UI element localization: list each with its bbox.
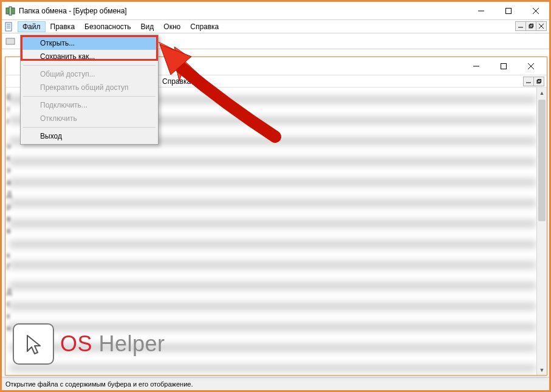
menu-window[interactable]: Окно [159, 21, 185, 32]
menu-separator [23, 127, 156, 128]
watermark-os: OS [60, 331, 92, 356]
close-button[interactable] [522, 2, 549, 19]
menu-help[interactable]: Справка [185, 21, 224, 32]
app-icon [5, 6, 15, 16]
svg-rect-22 [537, 80, 540, 83]
svg-rect-13 [530, 24, 533, 27]
child-mdi-minimize[interactable] [523, 77, 534, 86]
menu-exit[interactable]: Выход [22, 129, 157, 143]
cursor-icon [13, 323, 54, 365]
child-menu-help[interactable]: Справка [157, 76, 196, 87]
doc-icon [4, 22, 14, 32]
statusbar: Открытие файла с содержимым буфера и его… [2, 377, 549, 390]
menu-separator [23, 65, 156, 66]
child-close[interactable] [517, 58, 544, 75]
scroll-down-arrow[interactable]: ▼ [537, 365, 547, 375]
toolbar-icon[interactable] [5, 36, 15, 46]
svg-rect-16 [6, 38, 15, 44]
child-mdi-restore[interactable] [533, 77, 544, 86]
child-minimize[interactable] [462, 58, 490, 75]
menubar: Файл Правка Безопасность Вид Окно Справк… [2, 20, 549, 33]
menu-disconnect[interactable]: Отключить [22, 112, 157, 125]
svg-rect-4 [505, 8, 511, 13]
mdi-controls [516, 21, 547, 31]
file-menu-dropdown: Открыть... Сохранить как... Общий доступ… [20, 35, 159, 145]
svg-rect-7 [5, 22, 12, 31]
statusbar-text: Открытие файла с содержимым буфера и его… [5, 380, 193, 388]
watermark-text: OS Helper [60, 331, 165, 357]
child-mdi-controls [524, 77, 544, 86]
vertical-scrollbar[interactable]: ▲ ▼ [536, 88, 547, 375]
menu-save-as[interactable]: Сохранить как... [22, 50, 157, 63]
scroll-thumb[interactable] [538, 100, 546, 221]
mdi-minimize[interactable] [515, 21, 526, 31]
menu-share[interactable]: Общий доступ... [22, 67, 157, 81]
minimize-button[interactable] [467, 2, 495, 19]
svg-rect-18 [501, 63, 506, 69]
maximize-button[interactable] [495, 2, 522, 19]
menu-view[interactable]: Вид [136, 21, 159, 32]
menu-open[interactable]: Открыть... [22, 36, 157, 50]
menu-stop-share[interactable]: Прекратить общий доступ [22, 81, 157, 94]
window-title: Папка обмена - [Буфер обмена] [19, 7, 127, 15]
scroll-up-arrow[interactable]: ▲ [537, 88, 547, 98]
titlebar: Папка обмена - [Буфер обмена] [2, 2, 549, 20]
menu-connect[interactable]: Подключить... [22, 98, 157, 112]
menu-security[interactable]: Безопасность [80, 21, 136, 32]
main-window: Папка обмена - [Буфер обмена] Файл Правк… [0, 0, 551, 392]
svg-rect-12 [529, 25, 532, 28]
watermark-logo: OS Helper [13, 323, 165, 365]
mdi-restore[interactable] [525, 21, 536, 31]
menu-separator [23, 96, 156, 97]
menu-edit[interactable]: Правка [46, 21, 80, 32]
window-controls [467, 2, 549, 19]
menu-file[interactable]: Файл [18, 21, 46, 32]
child-maximize[interactable] [490, 58, 517, 75]
mdi-close[interactable] [536, 21, 547, 31]
watermark-helper: Helper [92, 331, 165, 356]
svg-rect-2 [9, 7, 12, 15]
svg-rect-23 [538, 79, 541, 82]
